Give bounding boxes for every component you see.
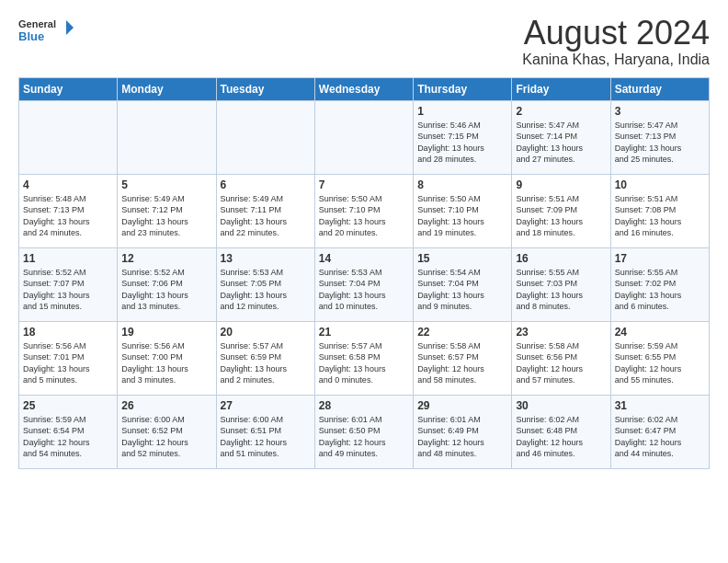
calendar-cell: 26Sunrise: 6:00 AM Sunset: 6:52 PM Dayli…	[118, 395, 216, 468]
calendar-cell: 22Sunrise: 5:58 AM Sunset: 6:57 PM Dayli…	[414, 321, 512, 395]
day-info: Sunrise: 5:53 AM Sunset: 7:04 PM Dayligh…	[319, 267, 409, 313]
day-number: 21	[319, 326, 409, 339]
calendar-cell: 24Sunrise: 5:59 AM Sunset: 6:55 PM Dayli…	[610, 321, 709, 395]
day-info: Sunrise: 6:02 AM Sunset: 6:48 PM Dayligh…	[516, 414, 606, 460]
day-number: 29	[417, 399, 507, 412]
calendar-cell: 21Sunrise: 5:57 AM Sunset: 6:58 PM Dayli…	[314, 321, 413, 395]
svg-text:General: General	[18, 18, 56, 29]
month-year-title: August 2024	[522, 15, 710, 52]
calendar-week-row: 4Sunrise: 5:48 AM Sunset: 7:13 PM Daylig…	[19, 174, 710, 247]
calendar-cell: 7Sunrise: 5:50 AM Sunset: 7:10 PM Daylig…	[314, 174, 413, 247]
day-number: 10	[615, 178, 705, 191]
day-info: Sunrise: 6:01 AM Sunset: 6:49 PM Dayligh…	[417, 414, 507, 460]
calendar-cell: 18Sunrise: 5:56 AM Sunset: 7:01 PM Dayli…	[19, 321, 118, 395]
day-info: Sunrise: 5:50 AM Sunset: 7:10 PM Dayligh…	[319, 193, 409, 239]
calendar-cell: 9Sunrise: 5:51 AM Sunset: 7:09 PM Daylig…	[512, 174, 610, 247]
day-info: Sunrise: 5:56 AM Sunset: 7:00 PM Dayligh…	[121, 340, 211, 386]
day-number: 12	[121, 252, 211, 265]
calendar-cell: 25Sunrise: 5:59 AM Sunset: 6:54 PM Dayli…	[19, 395, 118, 468]
calendar-cell: 6Sunrise: 5:49 AM Sunset: 7:11 PM Daylig…	[216, 174, 314, 247]
day-info: Sunrise: 5:59 AM Sunset: 6:54 PM Dayligh…	[23, 414, 113, 460]
calendar-cell	[118, 100, 216, 174]
day-info: Sunrise: 5:55 AM Sunset: 7:02 PM Dayligh…	[615, 267, 705, 313]
calendar-cell: 19Sunrise: 5:56 AM Sunset: 7:00 PM Dayli…	[118, 321, 216, 395]
calendar-week-row: 1Sunrise: 5:46 AM Sunset: 7:15 PM Daylig…	[19, 100, 710, 174]
calendar-cell: 29Sunrise: 6:01 AM Sunset: 6:49 PM Dayli…	[414, 395, 512, 468]
day-number: 3	[615, 105, 705, 118]
day-info: Sunrise: 5:51 AM Sunset: 7:08 PM Dayligh…	[615, 193, 705, 239]
day-info: Sunrise: 5:55 AM Sunset: 7:03 PM Dayligh…	[516, 267, 606, 313]
day-info: Sunrise: 6:00 AM Sunset: 6:51 PM Dayligh…	[221, 414, 311, 460]
day-info: Sunrise: 5:57 AM Sunset: 6:58 PM Dayligh…	[319, 340, 409, 386]
calendar-cell: 13Sunrise: 5:53 AM Sunset: 7:05 PM Dayli…	[216, 247, 314, 321]
day-number: 31	[615, 399, 705, 412]
calendar-cell: 28Sunrise: 6:01 AM Sunset: 6:50 PM Dayli…	[314, 395, 413, 468]
day-info: Sunrise: 5:46 AM Sunset: 7:15 PM Dayligh…	[417, 120, 507, 166]
weekday-header-row: SundayMondayTuesdayWednesdayThursdayFrid…	[19, 77, 710, 100]
day-number: 6	[221, 178, 311, 191]
day-number: 4	[23, 178, 113, 191]
day-number: 1	[417, 105, 507, 118]
calendar-table: SundayMondayTuesdayWednesdayThursdayFrid…	[18, 77, 710, 469]
calendar-cell: 17Sunrise: 5:55 AM Sunset: 7:02 PM Dayli…	[610, 247, 709, 321]
day-number: 30	[516, 399, 606, 412]
calendar-cell: 15Sunrise: 5:54 AM Sunset: 7:04 PM Dayli…	[414, 247, 512, 321]
day-info: Sunrise: 5:47 AM Sunset: 7:13 PM Dayligh…	[615, 120, 705, 166]
calendar-cell: 3Sunrise: 5:47 AM Sunset: 7:13 PM Daylig…	[610, 100, 709, 174]
svg-text:Blue: Blue	[18, 29, 44, 43]
day-info: Sunrise: 5:51 AM Sunset: 7:09 PM Dayligh…	[516, 193, 606, 239]
page-header: General Blue August 2024 Kanina Khas, Ha…	[18, 15, 710, 68]
calendar-cell	[19, 100, 118, 174]
weekday-header-saturday: Saturday	[610, 77, 709, 100]
logo-svg: General Blue	[18, 15, 74, 48]
day-number: 27	[221, 399, 311, 412]
day-info: Sunrise: 5:53 AM Sunset: 7:05 PM Dayligh…	[221, 267, 311, 313]
day-number: 2	[516, 105, 606, 118]
day-info: Sunrise: 5:59 AM Sunset: 6:55 PM Dayligh…	[615, 340, 705, 386]
calendar-cell: 5Sunrise: 5:49 AM Sunset: 7:12 PM Daylig…	[118, 174, 216, 247]
calendar-cell: 20Sunrise: 5:57 AM Sunset: 6:59 PM Dayli…	[216, 321, 314, 395]
day-number: 9	[516, 178, 606, 191]
day-number: 23	[516, 326, 606, 339]
day-number: 15	[417, 252, 507, 265]
calendar-cell: 14Sunrise: 5:53 AM Sunset: 7:04 PM Dayli…	[314, 247, 413, 321]
calendar-cell: 12Sunrise: 5:52 AM Sunset: 7:06 PM Dayli…	[118, 247, 216, 321]
calendar-cell	[216, 100, 314, 174]
day-number: 24	[615, 326, 705, 339]
day-info: Sunrise: 5:47 AM Sunset: 7:14 PM Dayligh…	[516, 120, 606, 166]
day-number: 22	[417, 326, 507, 339]
day-number: 8	[417, 178, 507, 191]
logo: General Blue	[18, 15, 74, 48]
day-info: Sunrise: 5:52 AM Sunset: 7:07 PM Dayligh…	[23, 267, 113, 313]
calendar-cell: 27Sunrise: 6:00 AM Sunset: 6:51 PM Dayli…	[216, 395, 314, 468]
day-number: 26	[121, 399, 211, 412]
calendar-cell: 4Sunrise: 5:48 AM Sunset: 7:13 PM Daylig…	[19, 174, 118, 247]
calendar-cell: 30Sunrise: 6:02 AM Sunset: 6:48 PM Dayli…	[512, 395, 610, 468]
calendar-cell: 1Sunrise: 5:46 AM Sunset: 7:15 PM Daylig…	[414, 100, 512, 174]
weekday-header-sunday: Sunday	[19, 77, 118, 100]
weekday-header-monday: Monday	[118, 77, 216, 100]
calendar-cell: 8Sunrise: 5:50 AM Sunset: 7:10 PM Daylig…	[414, 174, 512, 247]
day-number: 25	[23, 399, 113, 412]
day-number: 18	[23, 326, 113, 339]
day-info: Sunrise: 5:54 AM Sunset: 7:04 PM Dayligh…	[417, 267, 507, 313]
weekday-header-tuesday: Tuesday	[216, 77, 314, 100]
calendar-page: General Blue August 2024 Kanina Khas, Ha…	[0, 0, 728, 478]
day-number: 11	[23, 252, 113, 265]
day-info: Sunrise: 5:52 AM Sunset: 7:06 PM Dayligh…	[121, 267, 211, 313]
day-info: Sunrise: 6:01 AM Sunset: 6:50 PM Dayligh…	[319, 414, 409, 460]
day-number: 13	[221, 252, 311, 265]
day-info: Sunrise: 5:49 AM Sunset: 7:11 PM Dayligh…	[221, 193, 311, 239]
day-info: Sunrise: 5:56 AM Sunset: 7:01 PM Dayligh…	[23, 340, 113, 386]
title-block: August 2024 Kanina Khas, Haryana, India	[522, 15, 710, 68]
day-info: Sunrise: 6:00 AM Sunset: 6:52 PM Dayligh…	[121, 414, 211, 460]
day-number: 17	[615, 252, 705, 265]
day-number: 20	[221, 326, 311, 339]
day-info: Sunrise: 5:58 AM Sunset: 6:56 PM Dayligh…	[516, 340, 606, 386]
calendar-cell: 31Sunrise: 6:02 AM Sunset: 6:47 PM Dayli…	[610, 395, 709, 468]
weekday-header-thursday: Thursday	[414, 77, 512, 100]
calendar-cell: 11Sunrise: 5:52 AM Sunset: 7:07 PM Dayli…	[19, 247, 118, 321]
day-number: 7	[319, 178, 409, 191]
day-number: 19	[121, 326, 211, 339]
day-number: 28	[319, 399, 409, 412]
